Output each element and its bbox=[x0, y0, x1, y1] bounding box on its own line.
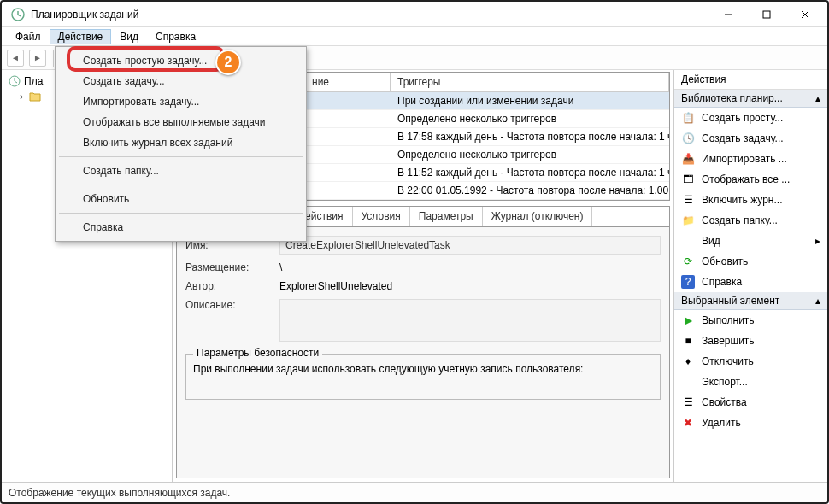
menu-file[interactable]: Файл bbox=[7, 29, 50, 44]
location-label: Размещение: bbox=[185, 261, 279, 273]
toolbar-divider bbox=[53, 50, 54, 67]
clock-icon bbox=[9, 75, 21, 87]
log-icon: ☰ bbox=[681, 193, 695, 207]
menu-view[interactable]: Вид bbox=[111, 29, 147, 44]
desc-label: Описание: bbox=[185, 299, 279, 311]
actions-section-selected[interactable]: Выбранный элемент▴ bbox=[674, 292, 827, 310]
tab-general-body: Имя:CreateExplorerShellUnelevatedTask Ра… bbox=[176, 226, 670, 478]
menu-refresh[interactable]: Обновить bbox=[57, 189, 304, 209]
action-menu-dropdown: Создать простую задачу... Создать задачу… bbox=[55, 46, 307, 242]
menu-action[interactable]: Действие bbox=[50, 29, 112, 44]
security-legend: Параметры безопасности bbox=[193, 347, 322, 359]
menu-create-simple[interactable]: Создать простую задачу... bbox=[57, 50, 304, 71]
security-text: При выполнении задачи использовать следу… bbox=[193, 363, 653, 375]
menu-separator bbox=[59, 185, 303, 185]
task-icon: 🕓 bbox=[681, 132, 695, 145]
action-show-running[interactable]: 🗔Отображать все ... bbox=[674, 169, 827, 190]
action-disable[interactable]: ♦Отключить bbox=[674, 351, 827, 372]
author-value: ExplorerShellUnelevated bbox=[279, 280, 392, 292]
menu-separator bbox=[59, 156, 303, 157]
name-value: CreateExplorerShellUnelevatedTask bbox=[279, 236, 661, 255]
action-end[interactable]: ■Завершить bbox=[674, 331, 827, 351]
back-button[interactable]: ◄ bbox=[7, 50, 24, 67]
disable-icon: ♦ bbox=[681, 355, 695, 368]
collapse-icon: ▴ bbox=[815, 92, 820, 104]
action-help[interactable]: ?Справка bbox=[674, 272, 827, 292]
delete-icon: ✖ bbox=[681, 416, 695, 430]
location-value: \ bbox=[279, 261, 282, 273]
actions-section-library[interactable]: Библиотека планир...▴ bbox=[674, 90, 827, 108]
window-title: Планировщик заданий bbox=[31, 9, 708, 21]
actions-header: Действия bbox=[674, 70, 827, 90]
tab-settings[interactable]: Параметры bbox=[410, 207, 483, 226]
desc-value bbox=[279, 299, 661, 342]
stop-icon: ■ bbox=[681, 334, 695, 348]
svg-rect-2 bbox=[763, 11, 770, 18]
window-controls bbox=[708, 3, 824, 26]
action-refresh[interactable]: ⟳Обновить bbox=[674, 251, 827, 272]
import-icon: 📥 bbox=[681, 152, 695, 166]
menu-show-running[interactable]: Отображать все выполняемые задачи bbox=[57, 112, 304, 132]
tab-history[interactable]: Журнал (отключен) bbox=[483, 207, 593, 226]
action-enable-log[interactable]: ☰Включить журн... bbox=[674, 190, 827, 210]
play-icon: ▶ bbox=[681, 314, 695, 327]
forward-button[interactable]: ► bbox=[29, 50, 46, 67]
annotation-badge: 2 bbox=[215, 50, 241, 75]
title-bar: Планировщик заданий bbox=[2, 2, 827, 27]
col-state[interactable]: ние bbox=[305, 73, 391, 91]
security-fieldset: Параметры безопасности При выполнении за… bbox=[185, 354, 661, 400]
action-props[interactable]: ☰Свойства bbox=[674, 392, 827, 413]
action-export[interactable]: Экспорт... bbox=[674, 372, 827, 392]
action-view[interactable]: Вид▸ bbox=[674, 231, 827, 251]
properties-icon: ☰ bbox=[681, 396, 695, 409]
menu-help[interactable]: Справка bbox=[147, 29, 204, 44]
collapse-icon: ▴ bbox=[815, 295, 820, 307]
tree-root-label: Пла bbox=[24, 75, 43, 87]
menu-import-task[interactable]: Импортировать задачу... bbox=[57, 91, 304, 112]
menu-separator bbox=[59, 213, 303, 214]
minimize-button[interactable] bbox=[708, 3, 747, 26]
action-new-folder[interactable]: 📁Создать папку... bbox=[674, 210, 827, 231]
wizard-icon: 📋 bbox=[681, 111, 695, 125]
running-icon: 🗔 bbox=[681, 173, 695, 186]
chevron-right-icon: › bbox=[17, 91, 26, 103]
newfolder-icon: 📁 bbox=[681, 214, 695, 227]
refresh-icon: ⟳ bbox=[681, 255, 695, 268]
menu-create-task[interactable]: Создать задачу... bbox=[57, 71, 304, 91]
actions-pane: Действия Библиотека планир...▴ 📋Создать … bbox=[673, 70, 827, 482]
menu-help-item[interactable]: Справка bbox=[57, 217, 304, 237]
menu-enable-log[interactable]: Включить журнал всех заданий bbox=[57, 132, 304, 153]
folder-icon bbox=[29, 91, 41, 102]
action-delete[interactable]: ✖Удалить bbox=[674, 413, 827, 433]
action-create-task[interactable]: 🕓Создать задачу... bbox=[674, 128, 827, 149]
menu-new-folder[interactable]: Создать папку... bbox=[57, 161, 304, 181]
close-button[interactable] bbox=[785, 3, 824, 26]
action-create-simple[interactable]: 📋Создать просту... bbox=[674, 108, 827, 128]
chevron-right-icon: ▸ bbox=[815, 235, 820, 247]
author-label: Автор: bbox=[185, 280, 279, 292]
tab-conditions[interactable]: Условия bbox=[353, 207, 410, 226]
action-import[interactable]: 📥Импортировать ... bbox=[674, 149, 827, 169]
status-text: Отображение текущих выполняющихся задач. bbox=[9, 487, 230, 499]
menu-bar: Файл Действие Вид Справка bbox=[2, 27, 827, 46]
help-icon: ? bbox=[681, 275, 695, 289]
task-scheduler-icon bbox=[10, 7, 26, 22]
maximize-button[interactable] bbox=[747, 3, 785, 26]
col-triggers[interactable]: Триггеры bbox=[391, 73, 669, 91]
status-bar: Отображение текущих выполняющихся задач. bbox=[2, 482, 827, 502]
action-run[interactable]: ▶Выполнить bbox=[674, 310, 827, 331]
